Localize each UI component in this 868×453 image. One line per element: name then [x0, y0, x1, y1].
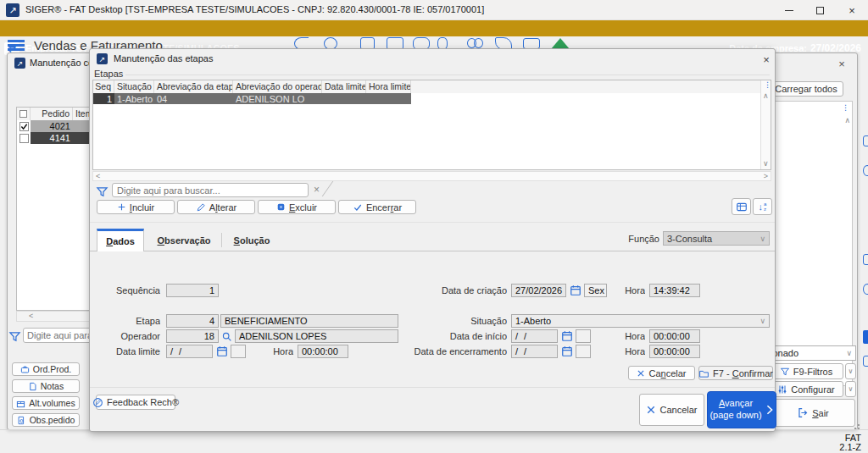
exit-button[interactable]: Sair: [771, 399, 855, 427]
orders-col-pedido[interactable]: Pedido: [31, 108, 73, 120]
scroll-down-icon[interactable]: ∨: [763, 160, 769, 168]
etapas-search-input[interactable]: [112, 183, 309, 197]
encerrar-button[interactable]: Encerrar: [338, 200, 416, 214]
orders-select-all-checkbox[interactable]: [17, 108, 31, 120]
hora-encerramento-field[interactable]: 00:00:00: [649, 345, 700, 358]
maximize-button[interactable]: [804, 0, 836, 20]
scroll-left-icon[interactable]: <: [29, 312, 33, 320]
operador-code-field[interactable]: 18: [166, 329, 219, 343]
operador-nome-field[interactable]: ADENILSON LOPES: [235, 329, 398, 343]
data-inicio-field[interactable]: / /: [511, 329, 558, 343]
alterar-button[interactable]: Alterar: [177, 200, 255, 214]
col-hora-limite[interactable]: Hora limite: [366, 80, 411, 93]
col-abrev-operador[interactable]: Abreviação do operador: [233, 80, 322, 93]
modal-cancel-button[interactable]: Cancelar: [628, 366, 695, 380]
calendar-icon[interactable]: [559, 345, 574, 358]
minimize-button[interactable]: [773, 0, 804, 20]
calendar-icon[interactable]: [214, 345, 229, 358]
configure-button[interactable]: Configurar: [769, 381, 843, 397]
etapas-table-vscrollbar[interactable]: ⋮ ∧ ∨: [760, 80, 771, 169]
vertical-dots-grip-icon[interactable]: ⋮: [764, 81, 771, 89]
search-lookup-icon[interactable]: [220, 329, 233, 343]
data-limite-extra-field[interactable]: [231, 345, 246, 358]
tab-dados[interactable]: Dados: [97, 229, 144, 251]
tab-solucao[interactable]: Solução: [225, 230, 278, 251]
orders-filter-icon[interactable]: [8, 329, 21, 343]
orders-window-close-icon[interactable]: ×: [835, 57, 849, 70]
footer-cancel-button[interactable]: Cancelar: [639, 394, 704, 426]
scroll-left-icon[interactable]: <: [96, 173, 100, 180]
scroll-right-icon[interactable]: >: [764, 173, 768, 180]
edge-icon-fragment[interactable]: [863, 284, 868, 295]
obs-pedido-button[interactable]: Obs.pedido: [12, 413, 80, 427]
data-encerramento-extra-field[interactable]: [576, 345, 591, 358]
funcao-dropdown[interactable]: 3-Consulta∨: [663, 231, 770, 246]
calendar-icon[interactable]: [568, 284, 582, 297]
edge-icon-fragment[interactable]: [863, 356, 868, 367]
sort-az-button[interactable]: ↓az: [753, 198, 772, 215]
modal-close-icon[interactable]: ×: [760, 52, 773, 66]
splitter-handle[interactable]: [322, 181, 345, 196]
chevron-down-icon: ∨: [846, 349, 852, 357]
orders-table-header: Pedido Item: [17, 108, 97, 120]
pencil-icon: [196, 202, 206, 213]
etapa-code-field[interactable]: 4: [166, 314, 219, 328]
order-row[interactable]: 4141 1: [17, 132, 97, 144]
f9-filters-dropdown-button[interactable]: ∨: [845, 363, 856, 379]
close-button[interactable]: ×: [836, 0, 868, 20]
vertical-dots-grip-icon[interactable]: ⋮: [842, 104, 849, 112]
excluir-button[interactable]: Excluir: [258, 200, 336, 214]
x-icon: [637, 369, 645, 378]
columns-config-button[interactable]: [732, 198, 751, 215]
situacao-dropdown[interactable]: 1-Aberto∨: [511, 314, 770, 328]
sequencia-field[interactable]: 1: [166, 284, 219, 297]
orders-table: Pedido Item 4021 1 4141 1: [16, 107, 97, 311]
selection-dropdown[interactable]: ionado∨: [766, 345, 856, 361]
search-clear-icon[interactable]: ×: [314, 184, 320, 196]
etapas-table-hscrollbar[interactable]: < >: [92, 171, 771, 181]
col-data-limite[interactable]: Data limite: [322, 80, 366, 93]
resize-grip-icon[interactable]: [851, 422, 860, 429]
hora-limite-field[interactable]: 00:00:00: [298, 345, 348, 358]
hora-criacao-field[interactable]: 14:39:42: [649, 284, 700, 297]
edge-icon-fragment[interactable]: [863, 330, 868, 344]
notas-button[interactable]: Notas: [12, 379, 80, 393]
col-seq[interactable]: Seq: [93, 80, 114, 93]
order-pedido: 4021: [31, 120, 73, 132]
data-inicio-extra-field[interactable]: [576, 329, 591, 343]
edge-icon-fragment[interactable]: [863, 254, 868, 265]
edge-icon-fragment[interactable]: [863, 135, 868, 146]
advance-button[interactable]: Avançar (page down): [707, 391, 776, 428]
hamburger-menu-icon[interactable]: [8, 40, 25, 51]
f7-confirm-button[interactable]: F7 - Confirmar: [698, 366, 773, 380]
alt-volumes-button[interactable]: Alt.volumes: [12, 396, 80, 410]
f9-filters-button[interactable]: F9-Filtros: [769, 363, 843, 379]
orders-hscrollbar[interactable]: <: [16, 311, 97, 322]
configure-dropdown-button[interactable]: ∨: [845, 381, 856, 397]
tab-observacao[interactable]: Observação: [149, 230, 219, 251]
load-all-button[interactable]: Carregar todos: [769, 81, 843, 97]
toolbar-people2-icon[interactable]: [474, 38, 483, 48]
data-encerramento-field[interactable]: / /: [511, 345, 558, 358]
etapa-row-selected[interactable]: 1 1-Aberto 04 ADENILSON LO: [93, 93, 771, 104]
screen: { "colors":{"accent_blue":"#2e6fd6","gol…: [0, 0, 868, 453]
col-abrev-etapa[interactable]: Abreviação da etapa: [154, 80, 233, 93]
data-criacao-field[interactable]: 27/02/2026: [511, 284, 566, 297]
order-checkbox-unchecked[interactable]: [17, 132, 31, 144]
order-row[interactable]: 4021 1: [17, 120, 97, 132]
ord-prod-button[interactable]: Ord.Prod.: [12, 362, 80, 376]
hora-inicio-field[interactable]: 00:00:00: [649, 329, 700, 343]
etapa-nome-field[interactable]: BENEFICIAMENTO: [220, 314, 398, 328]
col-situacao[interactable]: Situação: [114, 80, 154, 93]
edge-icon-fragment[interactable]: [863, 165, 868, 176]
order-checkbox-checked[interactable]: [17, 120, 31, 132]
feedback-button[interactable]: Feedback Rech®: [96, 395, 175, 410]
etapas-filter-icon[interactable]: [95, 185, 108, 198]
scroll-up-icon[interactable]: ∧: [763, 92, 769, 100]
data-limite-field[interactable]: / /: [166, 345, 213, 358]
calendar-icon[interactable]: [559, 329, 574, 343]
col-filler: [411, 80, 771, 93]
orders-search-input[interactable]: [23, 328, 97, 343]
incluir-button[interactable]: Incluir: [97, 200, 175, 214]
scroll-up-icon[interactable]: ∧: [844, 117, 850, 124]
